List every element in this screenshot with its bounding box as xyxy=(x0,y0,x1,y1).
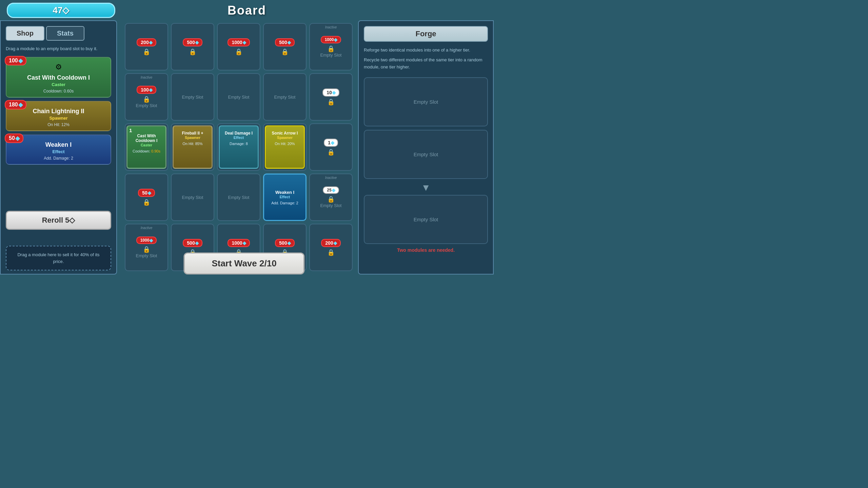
price-r3c5: 1 xyxy=(324,139,338,147)
lock-icon: 🔒 xyxy=(189,48,196,56)
shop-card-title-3: Weaken I xyxy=(10,141,107,148)
currency-bar: 47◇ xyxy=(7,3,115,18)
forge-desc-2: Recycle two different modules of the sam… xyxy=(364,57,488,71)
shop-card-price-3: 50 xyxy=(5,134,23,143)
board-cell-r3c1[interactable]: 1 Cast WithCooldown I Caster Cooldown: 0… xyxy=(125,123,168,171)
shop-card-type-3: Effect xyxy=(10,149,107,154)
board-cell-r1c5[interactable]: 1000 🔒 Empty Slot xyxy=(309,23,353,70)
board-cell-r2c1[interactable]: 100 🔒 Empty Slot xyxy=(125,73,168,121)
start-wave-button[interactable]: Start Wave 2/10 xyxy=(183,252,304,274)
empty-slot-r4c3: Empty Slot xyxy=(228,195,250,200)
module-type-r3c1: Caster xyxy=(129,143,164,147)
board-cell-r2c4[interactable]: Empty Slot xyxy=(263,73,307,121)
price-r2c5: 10 xyxy=(322,88,339,97)
shop-card-cast-cooldown[interactable]: 100 ⚙ Cast With Cooldown I Caster Cooldo… xyxy=(6,57,111,98)
lock-icon: 🔒 xyxy=(143,199,150,206)
empty-slot-r2c3: Empty Slot xyxy=(228,95,250,100)
board-cell-r4c2[interactable]: Empty Slot xyxy=(171,174,214,221)
forge-description: Reforge two identical modules into one o… xyxy=(364,47,488,70)
forge-panel: Forge Reforge two identical modules into… xyxy=(358,20,494,274)
module-stat-r3c2: On Hit: 85% xyxy=(175,142,210,146)
lock-icon: 🔒 xyxy=(143,246,150,253)
forge-slot-2[interactable]: Empty Slot xyxy=(364,130,488,179)
shop-card-title-1: Cast With Cooldown I xyxy=(10,74,107,81)
module-type-r3c4: Spawner xyxy=(268,136,302,140)
module-stat-r4c4: Add. Damage: 2 xyxy=(267,201,303,205)
empty-slot-r4c5: Empty Slot xyxy=(320,203,342,208)
board-cell-r4c4[interactable]: Weaken I Effect Add. Damage: 2 xyxy=(263,174,307,221)
price-r1c4: 500 xyxy=(275,38,294,46)
shop-card-stat-1: Cooldown: 0.60s xyxy=(10,89,107,94)
board-cell-r4c5[interactable]: 25 🔒 Empty Slot xyxy=(309,174,353,221)
module-type-r4c4: Effect xyxy=(267,195,303,199)
shop-card-chain-lightning[interactable]: 180 Chain Lightning II Spawner On Hit: 1… xyxy=(6,101,111,131)
forge-arrow-icon: ▼ xyxy=(364,182,488,193)
board-title: Board xyxy=(228,3,266,18)
shop-card-stat-2: On Hit: 12% xyxy=(10,122,107,127)
board-cell-r5c5[interactable]: 200 🔒 xyxy=(309,224,353,271)
board-cell-r3c4[interactable]: Sonic Arrow I Spawner On Hit: 20% xyxy=(263,123,307,171)
lock-icon: 🔒 xyxy=(235,48,242,56)
board-cell-r2c3[interactable]: Empty Slot xyxy=(217,73,260,121)
forge-slot-3-label: Empty Slot xyxy=(414,217,438,222)
shop-card-price-1: 100 xyxy=(5,56,26,65)
price-r4c5: 25 xyxy=(323,186,339,194)
board-cell-r1c3[interactable]: 1000 🔒 xyxy=(217,23,260,70)
board-cell-r2c5[interactable]: 10 🔒 xyxy=(309,73,353,121)
shop-card-type-2: Spawner xyxy=(10,116,107,121)
board-cell-r3c2[interactable]: Fireball II + Spawner On Hit: 85% xyxy=(171,123,214,171)
module-title-r3c1: Cast WithCooldown I xyxy=(129,134,164,143)
board-cell-r4c3[interactable]: Empty Slot xyxy=(217,174,260,221)
lock-icon: 🔒 xyxy=(327,98,335,106)
currency-value: 47◇ xyxy=(53,5,70,16)
lock-icon: 🔒 xyxy=(143,48,150,56)
module-title-r4c4: Weaken I xyxy=(267,190,303,195)
price-r1c1: 200 xyxy=(137,38,156,46)
lock-icon: 🔒 xyxy=(327,45,335,53)
board-cell-r3c3[interactable]: Deal Damage I Effect Damage: 8 xyxy=(217,123,260,171)
board-cell-r5c1[interactable]: 1000 🔒 Empty Slot xyxy=(125,224,168,271)
reroll-button[interactable]: Reroll 5◇ xyxy=(6,211,111,230)
board-area: 200 🔒 500 🔒 1000 🔒 500 🔒 1000 🔒 Empty Sl… xyxy=(122,20,366,277)
tab-stats[interactable]: Stats xyxy=(46,26,84,41)
board-cell-r4c1[interactable]: 50 🔒 xyxy=(125,174,168,221)
forge-tab[interactable]: Forge xyxy=(364,26,488,42)
module-number: 1 xyxy=(129,127,132,133)
shop-card-type-1: Caster xyxy=(10,82,107,87)
empty-slot-r2c1: Empty Slot xyxy=(136,103,157,108)
lock-icon: 🔒 xyxy=(327,249,335,256)
empty-slot-r5c1: Empty Slot xyxy=(136,253,157,258)
forge-slot-2-label: Empty Slot xyxy=(414,151,438,157)
price-r5c1: 1000 xyxy=(136,237,157,244)
board-cell-r3c5[interactable]: 1 🔒 xyxy=(309,123,353,171)
board-cell-r1c4[interactable]: 500 🔒 xyxy=(263,23,307,70)
board-cell-r1c1[interactable]: 200 🔒 xyxy=(125,23,168,70)
lock-icon: 🔒 xyxy=(327,148,335,156)
shop-card-stat-3: Add. Damage: 2 xyxy=(10,156,107,161)
price-r5c3: 1000 xyxy=(228,239,250,247)
module-stat-r3c1: Cooldown: 0.90s xyxy=(129,149,164,153)
price-r4c1: 50 xyxy=(138,189,155,197)
board-cell-r1c2[interactable]: 500 🔒 xyxy=(171,23,214,70)
price-r5c2: 500 xyxy=(183,239,202,247)
board-cell-r2c2[interactable]: Empty Slot xyxy=(171,73,214,121)
empty-slot-r4c2: Empty Slot xyxy=(182,195,203,200)
price-r1c2: 500 xyxy=(183,38,202,46)
forge-slot-1-label: Empty Slot xyxy=(414,99,438,105)
module-title-r3c4: Sonic Arrow I xyxy=(268,131,302,136)
shop-card-weaken[interactable]: 50 Weaken I Effect Add. Damage: 2 xyxy=(6,135,111,165)
sell-area: Drag a module here to sell it for 40% of… xyxy=(6,246,111,270)
module-title-r3c2: Fireball II + xyxy=(175,131,210,136)
forge-slot-3[interactable]: Empty Slot xyxy=(364,195,488,244)
price-r5c4: 500 xyxy=(275,239,294,247)
forge-desc-1: Reforge two identical modules into one o… xyxy=(364,47,488,54)
empty-slot-r1c5: Empty Slot xyxy=(320,53,342,58)
tab-shop[interactable]: Shop xyxy=(6,26,44,41)
forge-slot-1[interactable]: Empty Slot xyxy=(364,77,488,126)
module-stat-r3c4: On Hit: 20% xyxy=(268,142,302,146)
shop-card-price-2: 180 xyxy=(5,100,26,109)
forge-notice: Two modules are needed. xyxy=(364,247,488,253)
module-title-r3c3: Deal Damage I xyxy=(221,131,256,136)
lock-icon: 🔒 xyxy=(143,96,150,103)
tab-bar: Shop Stats xyxy=(6,26,111,41)
